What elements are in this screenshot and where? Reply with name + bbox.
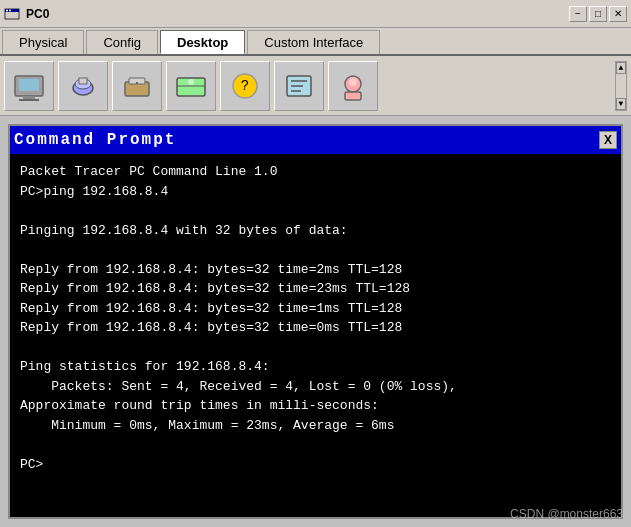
svg-rect-7	[19, 99, 39, 101]
cmd-title-text: Command Prompt	[14, 131, 176, 149]
tab-physical[interactable]: Physical	[2, 30, 84, 54]
command-prompt-window: Command Prompt X Packet Tracer PC Comman…	[8, 124, 623, 519]
window-title: PC0	[26, 7, 49, 21]
svg-rect-6	[23, 96, 35, 99]
svg-point-25	[349, 78, 357, 86]
svg-point-2	[6, 9, 8, 11]
icon-svg-4	[173, 68, 209, 104]
tab-bar: Physical Config Desktop Custom Interface	[0, 28, 631, 56]
app-icon	[4, 6, 20, 22]
icon-svg-1	[11, 68, 47, 104]
tab-config[interactable]: Config	[86, 30, 158, 54]
close-button[interactable]: ✕	[609, 6, 627, 22]
toolbar-icon-5: ?	[220, 61, 270, 111]
toolbar-icon-2	[58, 61, 108, 111]
cmd-title-bar: Command Prompt X	[10, 126, 621, 154]
toolbar-icon-6	[274, 61, 324, 111]
svg-text:?: ?	[241, 78, 249, 94]
tab-custom[interactable]: Custom Interface	[247, 30, 380, 54]
svg-rect-10	[79, 78, 87, 84]
icon-svg-5: ?	[227, 68, 263, 104]
toolbar: ? ▲ ▼	[0, 56, 631, 116]
scroll-down[interactable]: ▼	[616, 98, 626, 110]
svg-rect-5	[19, 79, 39, 91]
icon-svg-2	[65, 68, 101, 104]
toolbar-icon-3	[112, 61, 162, 111]
cmd-close-button[interactable]: X	[599, 131, 617, 149]
svg-point-16	[188, 79, 194, 85]
svg-rect-24	[345, 92, 361, 100]
toolbar-icon-4	[166, 61, 216, 111]
maximize-button[interactable]: □	[589, 6, 607, 22]
icon-svg-6	[281, 68, 317, 104]
main-content: Command Prompt X Packet Tracer PC Comman…	[0, 116, 631, 527]
tab-desktop[interactable]: Desktop	[160, 30, 245, 54]
title-bar-controls: − □ ✕	[569, 6, 627, 22]
toolbar-icon-1	[4, 61, 54, 111]
scroll-up[interactable]: ▲	[616, 62, 626, 74]
title-bar: PC0 − □ ✕	[0, 0, 631, 28]
icon-svg-7	[335, 68, 371, 104]
toolbar-scroll[interactable]: ▲ ▼	[615, 61, 627, 111]
toolbar-icon-7	[328, 61, 378, 111]
minimize-button[interactable]: −	[569, 6, 587, 22]
watermark: CSDN @monster663	[510, 507, 623, 521]
svg-point-3	[9, 9, 11, 11]
cmd-body[interactable]: Packet Tracer PC Command Line 1.0 PC>pin…	[10, 154, 621, 482]
icon-svg-3	[119, 68, 155, 104]
title-bar-left: PC0	[4, 6, 49, 22]
